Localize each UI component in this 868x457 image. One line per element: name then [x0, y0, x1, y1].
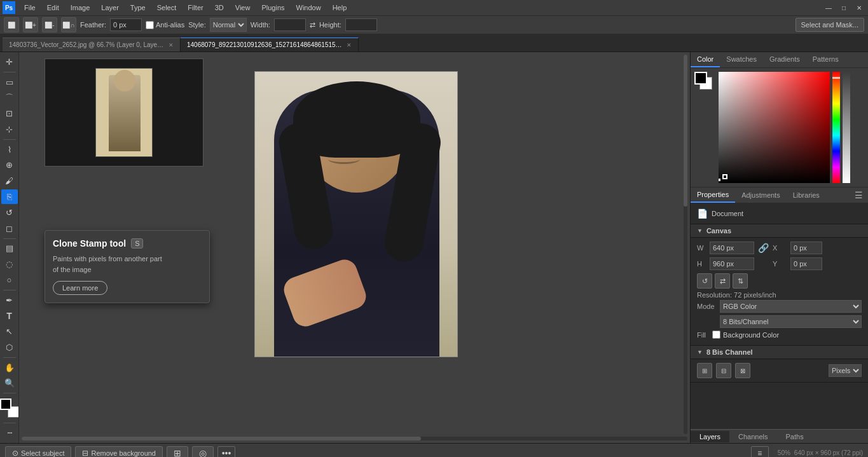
bit-depth-select[interactable]: 8 Bits/Channel [720, 315, 862, 328]
color-saturation-brightness[interactable] [719, 72, 830, 183]
more-tools-button[interactable]: ··· [1, 426, 18, 440]
document-icon: 📄 [697, 208, 708, 219]
gradients-tab[interactable]: Gradients [763, 52, 806, 67]
hand-tool[interactable]: ✋ [1, 360, 18, 375]
anti-alias-checkbox[interactable] [146, 21, 154, 29]
properties-menu-icon[interactable]: ☰ [850, 190, 868, 200]
menu-select[interactable]: Select [152, 3, 182, 13]
flip-canvas-btn[interactable]: ⇄ [715, 273, 730, 289]
vertical-scrollbar[interactable] [684, 55, 687, 434]
canvas-height-input[interactable] [710, 257, 754, 270]
select-subject-button[interactable]: ⊙ Select subject [5, 446, 71, 458]
heal-tool[interactable]: ⊕ [1, 158, 18, 173]
width-input[interactable] [274, 18, 306, 31]
color-tab[interactable]: Color [691, 52, 720, 67]
shape-tool[interactable]: ⬡ [1, 340, 18, 355]
horizontal-scrollbar[interactable] [22, 437, 687, 440]
menu-image[interactable]: Image [65, 3, 95, 13]
fill-checkbox[interactable] [712, 331, 720, 339]
tool-mode-button[interactable]: ⬜ [4, 17, 19, 32]
rulers-arrow-icon: ▼ [697, 349, 703, 355]
brush-tool[interactable]: 🖌 [1, 174, 18, 188]
tool-mode-intersect[interactable]: ⬜∩ [61, 17, 76, 32]
window-controls: — □ ✕ [822, 3, 865, 12]
canvas-y-input[interactable] [790, 257, 822, 270]
select-mask-button[interactable]: Select and Mask... [796, 18, 865, 32]
height-input[interactable] [345, 18, 377, 31]
close-button[interactable]: ✕ [853, 3, 865, 12]
document-tab-2[interactable]: 14068079_892213010912636_152716148648615… [181, 38, 359, 51]
document-tab-1[interactable]: 14803736_Vector_2652.jpg @ 66.7% (Layer … [3, 38, 181, 51]
crop-tool[interactable]: ⊹ [1, 122, 18, 137]
units-select[interactable]: Pixels [829, 364, 862, 377]
tool-mode-add[interactable]: ⬜+ [23, 17, 38, 32]
menu-3d[interactable]: 3D [210, 3, 229, 13]
menu-plugins[interactable]: Plugins [256, 3, 289, 13]
color-mode-select[interactable]: RGB Color [720, 300, 862, 313]
minimize-button[interactable]: — [822, 3, 835, 12]
foreground-color-swatch[interactable] [0, 399, 11, 410]
gradient-tool[interactable]: ▤ [1, 241, 18, 256]
dodge-tool[interactable]: ○ [1, 273, 18, 287]
eyedropper-tool[interactable]: ⌇ [1, 142, 18, 157]
maximize-button[interactable]: □ [837, 3, 850, 12]
menu-layer[interactable]: Layer [96, 3, 124, 13]
pen-tool[interactable]: ✒ [1, 293, 18, 308]
adjustments-tab[interactable]: Adjustments [735, 188, 787, 202]
fill-value: Background Color [723, 331, 779, 339]
hue-slider[interactable] [832, 72, 840, 183]
learn-more-button[interactable]: Learn more [53, 281, 107, 295]
path-select-tool[interactable]: ↖ [1, 324, 18, 339]
paths-tab[interactable]: Paths [777, 431, 813, 442]
tab1-close[interactable]: ✕ [169, 42, 174, 48]
menu-type[interactable]: Type [125, 3, 151, 13]
ruler-button[interactable]: ⊞ [697, 363, 712, 378]
libraries-tab[interactable]: Libraries [787, 188, 826, 202]
type-tool[interactable]: T [1, 308, 18, 323]
object-select-tool[interactable]: ⊡ [1, 106, 18, 121]
left-toolbar: ✛ ▭ ⌒ ⊡ ⊹ ⌇ ⊕ 🖌 ⎘ ↺ ◻ ▤ ◌ ○ ✒ T ↖ ⬡ ✋ 🔍 … [0, 52, 19, 443]
channels-tab[interactable]: Channels [729, 431, 776, 442]
more-options-button[interactable]: ••• [217, 446, 235, 458]
properties-tab[interactable]: Properties [691, 188, 735, 203]
link-icon[interactable]: 🔗 [758, 243, 769, 253]
menu-view[interactable]: View [230, 3, 256, 13]
width-label: Width: [251, 21, 270, 29]
patterns-tab[interactable]: Patterns [806, 52, 845, 67]
opacity-slider[interactable] [843, 72, 850, 183]
menu-edit[interactable]: Edit [42, 3, 64, 13]
remove-background-button[interactable]: ⊟ Remove background [75, 446, 163, 458]
clone-stamp-tool[interactable]: ⎘ [1, 189, 18, 204]
menu-window[interactable]: Window [291, 3, 326, 13]
swatches-tab[interactable]: Swatches [720, 52, 763, 67]
grid-button[interactable]: ⊟ [716, 363, 731, 378]
eraser-tool[interactable]: ◻ [1, 221, 18, 236]
canvas-width-input[interactable] [710, 242, 754, 254]
menu-help[interactable]: Help [327, 3, 352, 13]
feather-input[interactable] [110, 18, 142, 31]
swap-icon[interactable]: ⇄ [310, 21, 315, 29]
canvas-x-input[interactable] [790, 242, 822, 254]
zoom-tool[interactable]: 🔍 [1, 376, 18, 391]
menu-filter[interactable]: Filter [183, 3, 208, 13]
pixel-grid-button[interactable]: ⊠ [735, 363, 750, 378]
style-select[interactable]: Normal [210, 18, 247, 32]
move-tool[interactable]: ✛ [1, 55, 18, 69]
tool-mode-subtract[interactable]: ⬜- [42, 17, 57, 32]
menu-file[interactable]: File [19, 3, 41, 13]
canvas-section-header[interactable]: ▼ Canvas [691, 224, 868, 238]
lasso-tool[interactable]: ⌒ [1, 90, 18, 105]
rulers-grids-section-header[interactable]: ▼ 8 Bis Channel [691, 346, 868, 359]
rotate-canvas-btn[interactable]: ↺ [697, 273, 712, 289]
history-brush-tool[interactable]: ↺ [1, 205, 18, 220]
filter-button[interactable]: ◎ [192, 446, 214, 458]
tab2-close[interactable]: ✕ [347, 42, 352, 48]
settings-button[interactable]: ≡ [751, 446, 769, 458]
canvas-area[interactable]: Clone Stamp tool S Paints with pixels fr… [19, 52, 690, 443]
flip-v-canvas-btn[interactable]: ⇅ [733, 273, 748, 289]
color-fg-swatch[interactable] [694, 72, 707, 85]
transform-button[interactable]: ⊞ [167, 446, 188, 458]
layers-tab[interactable]: Layers [691, 431, 729, 442]
blur-tool[interactable]: ◌ [1, 257, 18, 271]
marquee-tool[interactable]: ▭ [1, 75, 18, 90]
